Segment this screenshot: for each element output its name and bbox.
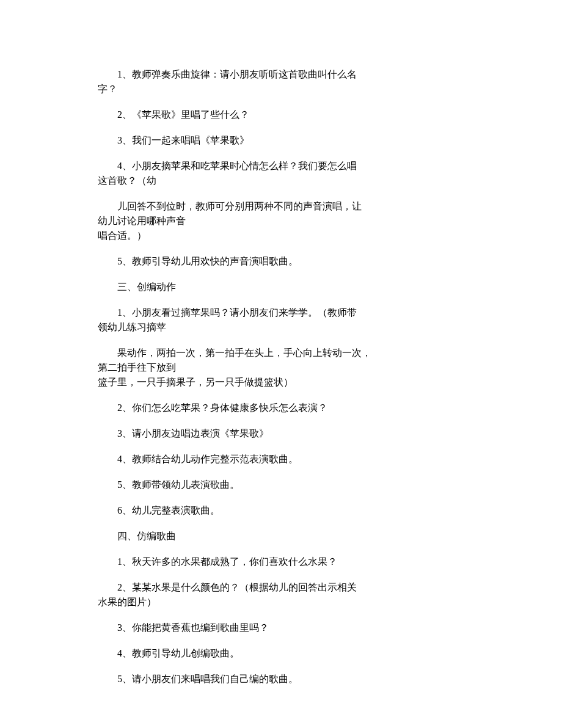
para-3: 3、我们一起来唱唱《苹果歌》 xyxy=(98,133,464,148)
para-17-line1: 2、某某水果是什么颜色的？（根据幼儿的回答出示相关 xyxy=(98,580,464,595)
para-19: 4、教师引导幼儿创编歌曲。 xyxy=(98,646,464,661)
section-heading-3: 三、创编动作 xyxy=(98,280,464,294)
para-6: 5、教师引导幼儿用欢快的声音演唱歌曲。 xyxy=(98,254,464,269)
para-9-line3: 篮子里，一只手摘果子，另一只手做提篮状） xyxy=(98,375,464,390)
para-10: 2、你们怎么吃苹果？身体健康多快乐怎么表演？ xyxy=(98,401,464,415)
para-5-line1: 儿回答不到位时，教师可分别用两种不同的声音演唱，让 xyxy=(98,199,464,214)
section-heading-4: 四、仿编歌曲 xyxy=(98,529,464,544)
para-13: 5、教师带领幼儿表演歌曲。 xyxy=(98,478,464,492)
para-16: 1、秋天许多的水果都成熟了，你们喜欢什么水果？ xyxy=(98,555,464,569)
para-8-line2: 领幼儿练习摘苹 xyxy=(98,320,464,335)
para-1: 1、教师弹奏乐曲旋律：请小朋友听听这首歌曲叫什么名 字？ xyxy=(98,67,464,96)
para-5: 儿回答不到位时，教师可分别用两种不同的声音演唱，让 幼儿讨论用哪种声音 唱合适。… xyxy=(98,199,464,243)
para-4: 4、小朋友摘苹果和吃苹果时心情怎么样？我们要怎么唱 这首歌？（幼 xyxy=(98,159,464,188)
para-20: 5、请小朋友们来唱唱我们自己编的歌曲。 xyxy=(98,672,464,686)
para-4-line2: 这首歌？（幼 xyxy=(98,173,464,188)
para-4-line1: 4、小朋友摘苹果和吃苹果时心情怎么样？我们要怎么唱 xyxy=(98,159,464,173)
para-5-line3: 唱合适。） xyxy=(98,228,464,243)
para-14: 6、幼儿完整表演歌曲。 xyxy=(98,503,464,518)
para-17: 2、某某水果是什么颜色的？（根据幼儿的回答出示相关 水果的图片） xyxy=(98,580,464,610)
para-9: 果动作，两拍一次，第一拍手在头上，手心向上转动一次， 第二拍手往下放到 篮子里，… xyxy=(98,346,464,390)
para-8-line1: 1、小朋友看过摘苹果吗？请小朋友们来学学。（教师带 xyxy=(98,305,464,320)
para-17-line2: 水果的图片） xyxy=(98,595,464,610)
para-9-line1: 果动作，两拍一次，第一拍手在头上，手心向上转动一次， xyxy=(98,346,464,360)
para-11: 3、请小朋友边唱边表演《苹果歌》 xyxy=(98,426,464,441)
para-8: 1、小朋友看过摘苹果吗？请小朋友们来学学。（教师带 领幼儿练习摘苹 xyxy=(98,305,464,335)
para-1-line2: 字？ xyxy=(98,82,464,96)
para-18: 3、你能把黄香蕉也编到歌曲里吗？ xyxy=(98,621,464,635)
para-9-line2: 第二拍手往下放到 xyxy=(98,360,464,375)
para-12: 4、教师结合幼儿动作完整示范表演歌曲。 xyxy=(98,452,464,467)
para-5-line2: 幼儿讨论用哪种声音 xyxy=(98,214,464,228)
para-2: 2、《苹果歌》里唱了些什么？ xyxy=(98,107,464,122)
para-1-line1: 1、教师弹奏乐曲旋律：请小朋友听听这首歌曲叫什么名 xyxy=(98,67,464,82)
